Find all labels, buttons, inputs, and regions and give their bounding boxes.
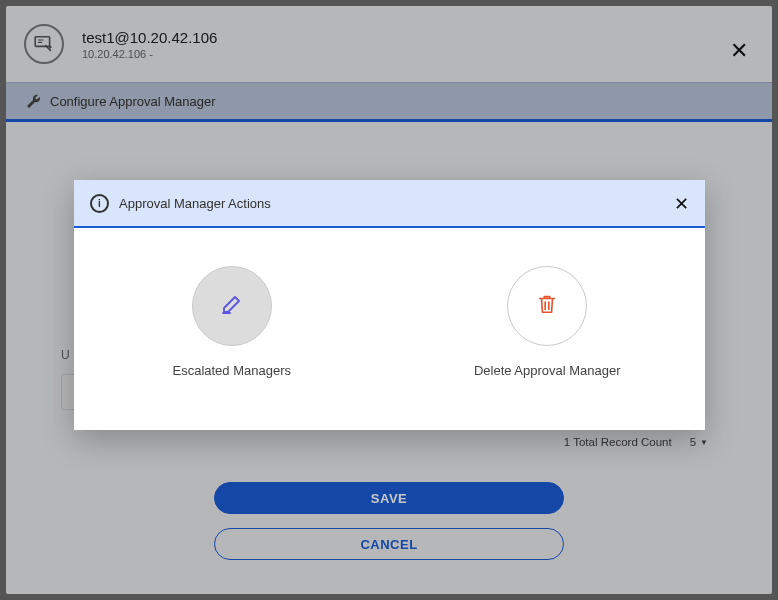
modal-header: i Approval Manager Actions ✕ [74,180,705,228]
escalated-label: Escalated Managers [172,362,291,380]
delete-label: Delete Approval Manager [474,362,621,380]
delete-approval-manager-action[interactable]: Delete Approval Manager [462,266,632,380]
escalated-managers-action[interactable]: Escalated Managers [147,266,317,380]
form-button-row: SAVE CANCEL [214,482,564,560]
modal-body: Escalated Managers Delete Approval Manag… [74,228,705,380]
page-size-value: 5 [690,436,696,448]
chevron-down-icon: ▼ [700,438,708,447]
record-count-text: 1 Total Record Count [564,436,672,448]
cancel-button[interactable]: CANCEL [214,528,564,560]
escalated-circle [192,266,272,346]
close-window-button[interactable]: ✕ [730,40,748,62]
app-window: test1@10.20.42.106 10.20.42.106 - ✕ Conf… [6,6,772,594]
info-icon: i [90,194,109,213]
configure-bar: Configure Approval Manager [6,82,772,122]
approval-actions-modal: i Approval Manager Actions ✕ Escalated M… [74,180,705,430]
trash-icon [536,293,558,319]
delete-circle [507,266,587,346]
record-summary-row: 1 Total Record Count 5 ▼ [564,436,708,448]
wrench-icon [26,93,42,109]
page-size-select[interactable]: 5 ▼ [690,436,708,448]
session-title: test1@10.20.42.106 [82,29,217,46]
device-icon [24,24,64,64]
modal-title: Approval Manager Actions [119,196,271,211]
session-subtitle: 10.20.42.106 - [82,48,217,60]
modal-close-button[interactable]: ✕ [674,193,689,215]
save-button-label: SAVE [371,491,407,506]
window-header: test1@10.20.42.106 10.20.42.106 - ✕ [6,6,772,82]
svg-rect-0 [35,37,49,47]
edit-icon [220,292,244,320]
cancel-button-label: CANCEL [360,537,417,552]
save-button[interactable]: SAVE [214,482,564,514]
configure-title: Configure Approval Manager [50,94,216,109]
